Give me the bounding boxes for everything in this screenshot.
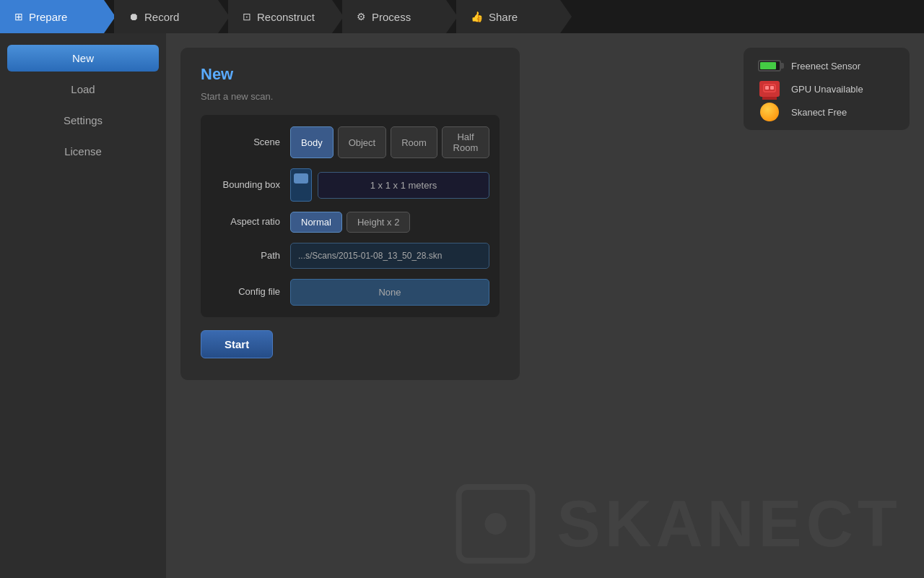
status-gpu-row: GPU Unavailable bbox=[758, 82, 895, 95]
watermark-logo bbox=[456, 484, 536, 564]
path-label: Path bbox=[211, 250, 290, 262]
config-label: Config file bbox=[211, 286, 290, 298]
scene-room-btn[interactable]: Room bbox=[391, 126, 437, 158]
main-layout: New Load Settings License SKANECT New St… bbox=[0, 33, 924, 578]
panel-title: New bbox=[201, 65, 500, 84]
watermark: SKANECT bbox=[456, 484, 902, 564]
bbox-value: 1 x 1 x 1 meters bbox=[318, 172, 489, 199]
top-nav: ⊞ Prepare ⏺ Record ⊡ Reconstruct ⚙ Proce… bbox=[0, 0, 924, 33]
nav-item-process[interactable]: ⚙ Process bbox=[342, 0, 458, 33]
aspect-height2-btn[interactable]: Height x 2 bbox=[346, 212, 411, 233]
bbox-row: 1 x 1 x 1 meters bbox=[290, 168, 489, 202]
share-icon: 👍 bbox=[471, 11, 483, 22]
scene-label: Scene bbox=[211, 137, 290, 149]
battery-icon bbox=[758, 60, 781, 72]
nav-item-share[interactable]: 👍 Share bbox=[456, 0, 572, 33]
freenect-label: Freenect Sensor bbox=[791, 61, 860, 72]
freenect-icon bbox=[758, 59, 781, 72]
scene-halfroom-btn[interactable]: Half Room bbox=[442, 126, 489, 158]
status-skanect-row: Skanect Free bbox=[758, 105, 895, 118]
svg-rect-1 bbox=[765, 86, 769, 90]
nav-item-reconstruct[interactable]: ⊡ Reconstruct bbox=[228, 0, 344, 33]
config-btn[interactable]: None bbox=[290, 279, 489, 306]
panel-subtitle: Start a new scan. bbox=[201, 91, 500, 102]
path-input[interactable]: ...s/Scans/2015-01-08_13_50_28.skn bbox=[290, 243, 489, 269]
watermark-text: SKANECT bbox=[557, 487, 902, 561]
gpu-label: GPU Unavailable bbox=[791, 84, 863, 95]
process-icon: ⚙ bbox=[357, 11, 366, 22]
svg-rect-2 bbox=[770, 86, 774, 90]
bbox-slider[interactable] bbox=[290, 168, 312, 202]
aspect-ratio-controls: Normal Height x 2 bbox=[290, 212, 489, 233]
scene-body-btn[interactable]: Body bbox=[290, 126, 334, 158]
bounding-box-label: Bounding box bbox=[211, 179, 290, 191]
gpu-status-icon bbox=[758, 82, 781, 95]
nav-item-prepare[interactable]: ⊞ Prepare bbox=[0, 0, 116, 33]
skanect-label: Skanect Free bbox=[791, 107, 847, 118]
bounding-box-row: Bounding box 1 x 1 x 1 meters bbox=[211, 168, 489, 202]
new-panel: New Start a new scan. Scene Body Object … bbox=[180, 48, 520, 380]
start-button[interactable]: Start bbox=[201, 330, 273, 358]
content-area: SKANECT New Start a new scan. Scene Body… bbox=[166, 33, 924, 578]
sidebar-btn-license[interactable]: License bbox=[7, 138, 159, 165]
sidebar-btn-load[interactable]: Load bbox=[7, 76, 159, 103]
circle-orange-icon bbox=[760, 103, 779, 121]
sidebar-btn-new[interactable]: New bbox=[7, 45, 159, 72]
skanect-status-icon bbox=[758, 105, 781, 118]
config-row: Config file None bbox=[211, 279, 489, 306]
prepare-icon: ⊞ bbox=[14, 11, 23, 22]
sidebar: New Load Settings License bbox=[0, 33, 166, 578]
record-icon: ⏺ bbox=[128, 11, 139, 22]
status-panel: Freenect Sensor GPU Unavailable bbox=[744, 48, 910, 130]
watermark-logo-inner bbox=[485, 513, 507, 535]
form-box: Scene Body Object Room Half Room Boundin… bbox=[201, 115, 500, 317]
sidebar-btn-settings[interactable]: Settings bbox=[7, 107, 159, 134]
status-freenect-row: Freenect Sensor bbox=[758, 59, 895, 72]
aspect-normal-btn[interactable]: Normal bbox=[290, 212, 342, 233]
aspect-ratio-label: Aspect ratio bbox=[211, 216, 290, 228]
battery-fill bbox=[760, 62, 776, 69]
scene-row: Scene Body Object Room Half Room bbox=[211, 126, 489, 158]
gpu-icon bbox=[759, 81, 780, 97]
aspect-ratio-row: Aspect ratio Normal Height x 2 bbox=[211, 212, 489, 233]
reconstruct-icon: ⊡ bbox=[243, 11, 251, 22]
bbox-slider-thumb bbox=[294, 173, 308, 184]
nav-item-record[interactable]: ⏺ Record bbox=[114, 0, 230, 33]
path-row: Path ...s/Scans/2015-01-08_13_50_28.skn bbox=[211, 243, 489, 269]
scene-controls: Body Object Room Half Room bbox=[290, 126, 489, 158]
scene-object-btn[interactable]: Object bbox=[338, 126, 387, 158]
